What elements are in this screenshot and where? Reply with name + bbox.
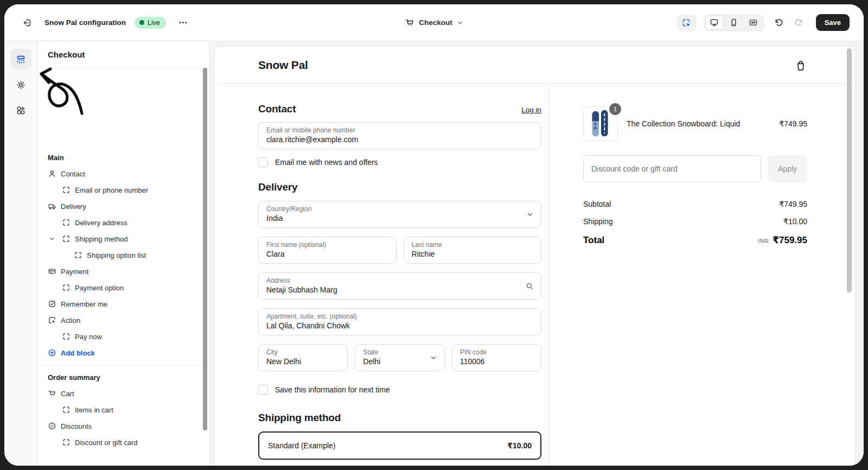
mobile-preview-button[interactable] xyxy=(725,16,743,30)
tree-row-payment-option[interactable]: Payment option xyxy=(38,280,209,296)
tree-row-action[interactable]: Action xyxy=(38,312,209,328)
plus-circle-icon xyxy=(48,348,56,357)
email-field[interactable]: Email or mobile phone number xyxy=(258,122,541,149)
tree-section-header-order-summary: Order summary xyxy=(38,369,209,385)
tree-row-discount-or-gift-card[interactable]: Discount or gift card xyxy=(38,434,209,450)
product-price: ₹749.95 xyxy=(779,119,807,128)
tree-row-shipping-method[interactable]: Shipping method xyxy=(38,231,209,247)
undo-icon xyxy=(773,17,783,28)
cursor-icon xyxy=(48,316,56,325)
first-name-field[interactable]: First name (optional) xyxy=(258,237,397,264)
shipping-row: Shipping ₹10.00 xyxy=(583,213,807,230)
settings-tab-button[interactable] xyxy=(11,74,31,95)
inspector-toggle-button[interactable] xyxy=(676,15,697,31)
app-window: Snow Pal configuration Live Checkout xyxy=(4,4,864,466)
quantity-badge: 1 xyxy=(608,102,622,116)
login-link[interactable]: Log in xyxy=(521,106,541,114)
add-block-button[interactable]: Add block xyxy=(38,345,209,361)
tree-row-delivery-address[interactable]: Delivery address xyxy=(38,214,209,231)
panel-title: Checkout xyxy=(38,41,209,68)
tree-row-cart[interactable]: Cart xyxy=(38,385,209,402)
chevron-down-icon xyxy=(526,211,534,218)
total-row: Total INR ₹759.95 xyxy=(583,234,807,246)
shipping-option-standard[interactable]: Standard (Example) ₹10.00 xyxy=(258,431,541,460)
shipping-method-heading: Shipping method xyxy=(258,412,541,424)
cart-icon xyxy=(48,389,56,398)
tree-row-delivery[interactable]: Delivery xyxy=(38,198,209,214)
contact-heading: Contact xyxy=(258,103,296,115)
block-icon xyxy=(62,332,71,341)
chevron-down-icon[interactable] xyxy=(49,236,55,242)
redo-button[interactable] xyxy=(793,14,807,31)
tree-row-remember-me[interactable]: Remember me xyxy=(38,296,209,312)
email-input[interactable] xyxy=(266,135,533,145)
address-field[interactable]: Address xyxy=(258,272,541,300)
live-status-badge: Live xyxy=(135,17,166,29)
tree-row-items-in-cart[interactable]: Items in cart xyxy=(38,402,209,418)
block-icon xyxy=(62,405,71,414)
product-name: The Collection Snowboard: Liquid xyxy=(627,119,740,128)
tree-label: Action xyxy=(61,316,80,325)
tree-row-discounts[interactable]: Discounts xyxy=(38,418,209,434)
top-bar: Snow Pal configuration Live Checkout xyxy=(4,4,864,41)
last-name-field[interactable]: Last name xyxy=(404,237,542,264)
cart-icon xyxy=(405,18,414,28)
truck-icon xyxy=(48,202,56,211)
tree-row-email-or-phone[interactable]: Email or phone number xyxy=(38,182,209,198)
device-preview-switcher xyxy=(704,14,764,31)
pin-code-field[interactable]: PIN code xyxy=(452,344,541,371)
undo-button[interactable] xyxy=(771,14,786,31)
sections-icon xyxy=(16,54,26,65)
tree-label: Shipping method xyxy=(75,235,128,243)
state-select[interactable]: State Delhi xyxy=(355,344,444,371)
discount-icon xyxy=(48,422,56,430)
shop-name: Snow Pal xyxy=(258,59,308,72)
address-input[interactable] xyxy=(266,285,533,295)
page-selector-dropdown[interactable]: Checkout xyxy=(405,18,463,28)
discount-code-input[interactable] xyxy=(583,155,761,182)
apps-tab-button[interactable] xyxy=(11,100,31,120)
tree-row-pay-now[interactable]: Pay now xyxy=(38,328,209,345)
exit-icon xyxy=(22,18,32,28)
subtotal-value: ₹749.95 xyxy=(779,200,807,208)
save-info-checkbox[interactable] xyxy=(258,385,268,395)
preview-scrollbar[interactable] xyxy=(847,48,852,293)
bag-icon[interactable] xyxy=(795,59,807,71)
mobile-icon xyxy=(729,18,738,27)
panel-scrollbar[interactable] xyxy=(203,68,207,430)
news-offers-checkbox[interactable] xyxy=(258,157,268,167)
first-name-input[interactable] xyxy=(266,249,388,259)
tree-row-payment[interactable]: Payment xyxy=(38,263,209,280)
checkout-preview-card: Snow Pal Contact Log in Emai xyxy=(215,47,855,466)
block-icon xyxy=(62,438,71,447)
city-field[interactable]: City xyxy=(258,344,348,371)
apartment-field[interactable]: Apartment, suite, etc. (optional) xyxy=(258,308,541,335)
last-name-input[interactable] xyxy=(412,249,534,259)
checkout-form-column: Contact Log in Email or mobile phone num… xyxy=(215,84,549,466)
tree-row-contact[interactable]: Contact xyxy=(38,166,209,182)
city-input[interactable] xyxy=(266,357,340,367)
fullwidth-icon xyxy=(749,18,758,27)
tree-row-shipping-option-list[interactable]: Shipping option list xyxy=(38,247,209,263)
sections-tab-button[interactable] xyxy=(11,49,31,69)
total-value: ₹759.95 xyxy=(773,234,807,246)
checkout-structure-panel: Checkout Main Contact Email or phone num… xyxy=(38,41,209,466)
cart-line-item: 1 The Collection Snowboard: Liquid ₹749.… xyxy=(583,106,807,141)
block-icon xyxy=(62,234,71,243)
fullwidth-preview-button[interactable] xyxy=(744,16,763,30)
left-icon-rail xyxy=(4,41,38,466)
pin-code-input[interactable] xyxy=(460,357,533,367)
subtotal-row: Subtotal ₹749.95 xyxy=(583,195,807,213)
more-options-button[interactable] xyxy=(175,14,192,31)
desktop-preview-button[interactable] xyxy=(705,16,724,30)
exit-button[interactable] xyxy=(18,14,36,31)
shipping-value: ₹10.00 xyxy=(783,217,807,226)
apply-button[interactable]: Apply xyxy=(768,155,807,182)
currency-code: INR xyxy=(758,238,769,244)
apartment-input[interactable] xyxy=(266,321,533,331)
block-tree: Main Contact Email or phone number xyxy=(38,149,209,450)
save-button[interactable]: Save xyxy=(816,14,850,31)
block-icon xyxy=(74,251,82,259)
country-select[interactable]: Country/Region India xyxy=(258,201,541,228)
tree-label: Discounts xyxy=(61,422,92,430)
